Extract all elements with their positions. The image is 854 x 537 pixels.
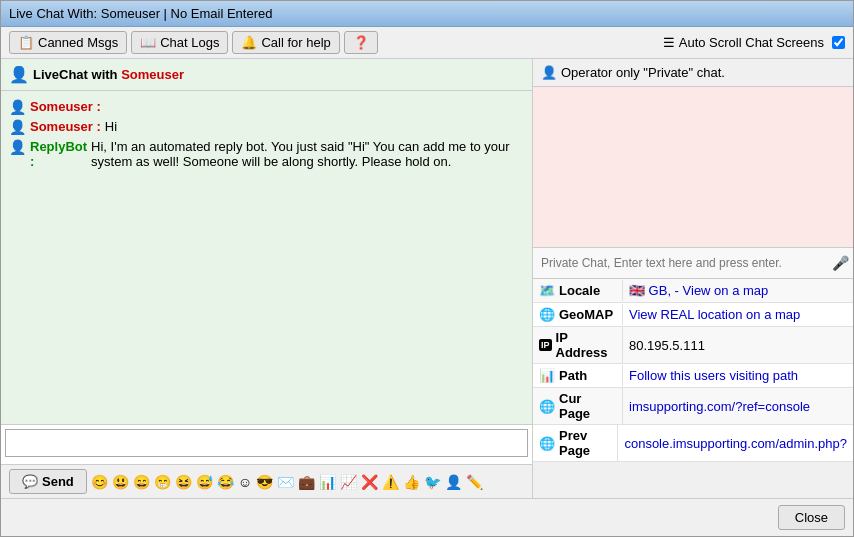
emoji-sweat[interactable]: 😅 [196,474,213,490]
curpage-icon: 🌐 [539,399,555,414]
emoji-beam[interactable]: 😁 [154,474,171,490]
emoji-x[interactable]: ❌ [361,474,378,490]
emoji-bar: 💬 Send 😊 😃 😄 😁 😆 😅 😂 ☺️ 😎 ✉️ 💼 📊 📈 ❌ ⚠️ … [1,464,532,498]
canned-icon: 📋 [18,35,34,50]
emoji-twitter[interactable]: 🐦 [424,474,441,490]
emoji-smile[interactable]: 😊 [91,474,108,490]
emoji-google[interactable]: ✏️ [466,474,483,490]
private-header-icon: 👤 [541,65,557,80]
emoji-warning[interactable]: ⚠️ [382,474,399,490]
prevpage-icon: 🌐 [539,436,555,451]
ip-label: IP IP Address [533,327,623,363]
message-row: 👤 Someuser : Hi [9,119,524,135]
emoji-email[interactable]: ✉️ [277,474,294,490]
msg-text: Hi [105,119,117,135]
emoji-trending[interactable]: 📈 [340,474,357,490]
path-icon: 📊 [539,368,555,383]
emoji-joy[interactable]: 😂 [217,474,234,490]
locale-value: 🇬🇧 GB, - View on a map [623,280,853,301]
toolbar: 📋 Canned Msgs 📖 Chat Logs 🔔 Call for hel… [1,27,853,59]
user-icon: 👤 [9,119,26,135]
private-messages [533,87,853,247]
chat-input[interactable] [5,429,528,457]
title-bar: Live Chat With: Someuser | No Email Ente… [1,1,853,27]
info-row-geomap: 🌐 GeoMAP View REAL location on a map [533,303,853,327]
send-button[interactable]: 💬 Send [9,469,87,494]
locale-map-link[interactable]: View on a map [683,283,769,298]
toolbar-left: 📋 Canned Msgs 📖 Chat Logs 🔔 Call for hel… [9,31,378,54]
message-row: 👤 ReplyBot : Hi, I'm an automated reply … [9,139,524,169]
close-label: Close [795,510,828,525]
msg-sender: Someuser : [30,99,101,115]
path-value: Follow this users visiting path [623,365,853,386]
bot-icon: 👤 [9,139,26,169]
geomap-label: 🌐 GeoMAP [533,304,623,325]
chat-header: 👤 LiveChat with Someuser [1,59,532,91]
call-for-help-button[interactable]: 🔔 Call for help [232,31,339,54]
right-panel: 👤 Operator only "Private" chat. 🎤 🗺️ Loc… [533,59,853,498]
prevpage-value: console.imsupporting.com/admin.php? [618,433,853,454]
message-row: 👤 Someuser : [9,99,524,115]
curpage-label: 🌐 Cur Page [533,388,623,424]
info-table: 🗺️ Locale 🇬🇧 GB, - View on a map 🌐 GeoMA… [533,279,853,498]
canned-msgs-button[interactable]: 📋 Canned Msgs [9,31,127,54]
private-chat-input[interactable] [537,252,832,274]
chat-username: Someuser [121,67,184,82]
chat-title-static: LiveChat with Someuser [33,67,184,82]
geomap-icon: 🌐 [539,307,555,322]
msg-text: Hi, I'm an automated reply bot. You just… [91,139,524,169]
path-label: 📊 Path [533,365,623,386]
locale-label: 🗺️ Locale [533,280,623,301]
curpage-value: imsupporting.com/?ref=console [623,396,853,417]
emoji-chart[interactable]: 📊 [319,474,336,490]
call-icon: 🔔 [241,35,257,50]
main-window: Live Chat With: Someuser | No Email Ente… [0,0,854,537]
emoji-grin[interactable]: 😃 [112,474,129,490]
window-title: Live Chat With: Someuser | No Email Ente… [9,6,273,21]
chat-messages: 👤 Someuser : 👤 Someuser : Hi 👤 ReplyBot … [1,91,532,424]
emoji-briefcase[interactable]: 💼 [298,474,315,490]
msg-sender: Someuser : [30,119,101,135]
ip-value: 80.195.5.111 [623,335,853,356]
close-button[interactable]: Close [778,505,845,530]
ip-address: 80.195.5.111 [629,338,705,353]
canned-label: Canned Msgs [38,35,118,50]
info-row-prevpage: 🌐 Prev Page console.imsupporting.com/adm… [533,425,853,462]
emoji-blush[interactable]: ☺️ [238,474,252,490]
main-content: 👤 LiveChat with Someuser 👤 Someuser : 👤 … [1,59,853,498]
help-icon: ❓ [353,35,369,50]
prevpage-link[interactable]: console.imsupporting.com/admin.php? [624,436,847,451]
logs-label: Chat Logs [160,35,219,50]
call-label: Call for help [261,35,330,50]
chat-header-icon: 👤 [9,65,29,84]
mic-icon: 🎤 [832,255,849,271]
geomap-link[interactable]: View REAL location on a map [629,307,800,322]
help-button[interactable]: ❓ [344,31,378,54]
emoji-facebook[interactable]: 👤 [445,474,462,490]
emoji-cool[interactable]: 😎 [256,474,273,490]
ip-icon: IP [539,339,552,351]
chat-panel: 👤 LiveChat with Someuser 👤 Someuser : 👤 … [1,59,533,498]
logs-icon: 📖 [140,35,156,50]
emoji-happy[interactable]: 😄 [133,474,150,490]
autoscroll-checkbox[interactable] [832,36,845,49]
chat-logs-button[interactable]: 📖 Chat Logs [131,31,228,54]
private-input-area: 🎤 [533,247,853,279]
info-row-path: 📊 Path Follow this users visiting path [533,364,853,388]
autoscroll-label: Auto Scroll Chat Screens [679,35,824,50]
locale-icon: 🗺️ [539,283,555,298]
curpage-link[interactable]: imsupporting.com/?ref=console [629,399,810,414]
path-link[interactable]: Follow this users visiting path [629,368,798,383]
geomap-value: View REAL location on a map [623,304,853,325]
private-chat-header: 👤 Operator only "Private" chat. [533,59,853,87]
private-header-title: Operator only "Private" chat. [561,65,725,80]
info-row-curpage: 🌐 Cur Page imsupporting.com/?ref=console [533,388,853,425]
send-icon: 💬 [22,474,38,489]
bottom-bar: Close [1,498,853,536]
emoji-thumbs[interactable]: 👍 [403,474,420,490]
gb-flag: 🇬🇧 GB, - [629,283,683,298]
user-icon: 👤 [9,99,26,115]
emoji-laugh[interactable]: 😆 [175,474,192,490]
info-row-ip: IP IP Address 80.195.5.111 [533,327,853,364]
autoscroll-icon: ☰ [663,35,675,50]
